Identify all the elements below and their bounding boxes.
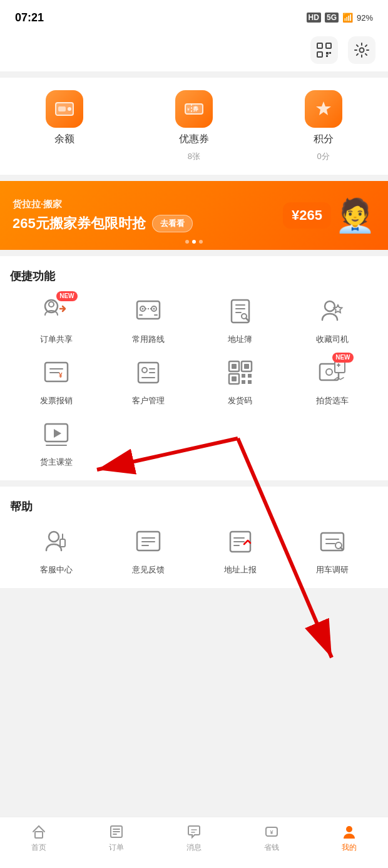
nav-messages[interactable]: 消息 xyxy=(186,824,202,853)
coupon-item[interactable]: 券 ¥ 优惠券 8张 xyxy=(175,90,213,162)
feature-feedback[interactable]: 意见反馈 xyxy=(102,524,194,576)
photo-select-icon-wrap: NEW xyxy=(315,355,350,390)
svg-point-58 xyxy=(49,532,59,542)
points-item[interactable]: 积分 0分 xyxy=(305,90,342,162)
points-sub: 0分 xyxy=(317,151,330,162)
nav-savings[interactable]: ¥ 省钱 xyxy=(263,824,280,853)
nav-home-label: 首页 xyxy=(31,842,46,853)
address-report-icon-wrap xyxy=(223,524,258,559)
balance-label: 余额 xyxy=(54,133,74,146)
feature-favorite-driver[interactable]: 收藏司机 xyxy=(286,294,378,345)
status-icons: HD 5G 📶 92% xyxy=(307,13,373,23)
feature-order-share[interactable]: NEW 订单共享 xyxy=(10,294,102,345)
feedback-icon-wrap xyxy=(131,524,166,559)
svg-point-30 xyxy=(325,301,335,311)
svg-rect-35 xyxy=(138,363,158,383)
feature-common-route[interactable]: 常用路线 xyxy=(102,294,194,345)
car-survey-label: 用车调研 xyxy=(316,564,349,576)
feature-invoice[interactable]: ¥ 发票报销 xyxy=(10,355,102,406)
svg-point-36 xyxy=(142,368,147,373)
shipper-class-icon-wrap xyxy=(39,416,74,452)
wifi-bars-icon: 📶 xyxy=(342,13,353,23)
address-report-icon xyxy=(225,527,255,557)
favorite-driver-icon-wrap xyxy=(315,294,350,329)
banner-dots xyxy=(185,240,203,244)
banner-price-box: ¥265 xyxy=(283,202,331,229)
svg-line-29 xyxy=(246,318,248,321)
settings-button[interactable] xyxy=(348,36,375,64)
orders-nav-icon xyxy=(108,824,125,840)
invoice-icon: ¥ xyxy=(41,358,71,388)
banner-text-area: 货拉拉·搬家 265元搬家券包限时抢 去看看 xyxy=(13,199,277,233)
feature-address-report[interactable]: 地址上报 xyxy=(194,524,286,576)
nav-mine[interactable]: 我的 xyxy=(341,824,357,853)
feature-address-book[interactable]: 地址簿 xyxy=(194,294,286,345)
svg-point-52 xyxy=(326,369,332,375)
battery-level: 92% xyxy=(357,13,373,23)
customer-mgmt-label: 客户管理 xyxy=(132,395,165,406)
address-book-icon-wrap xyxy=(223,294,258,329)
balance-icon xyxy=(46,90,83,128)
svg-rect-47 xyxy=(248,380,252,384)
features-title: 便捷功能 xyxy=(10,269,378,284)
banner-cta-button[interactable]: 去看看 xyxy=(152,215,193,232)
delivery-code-icon-wrap xyxy=(223,355,258,390)
feature-car-survey[interactable]: 用车调研 xyxy=(286,524,378,576)
coupon-sub: 8张 xyxy=(188,151,200,162)
dot-2 xyxy=(192,240,196,244)
banner-section[interactable]: 货拉拉·搬家 265元搬家券包限时抢 去看看 ¥265 🧑‍💼 xyxy=(0,181,388,250)
feature-photo-select[interactable]: NEW 拍货选车 xyxy=(286,355,378,406)
svg-rect-0 xyxy=(317,43,322,48)
feature-customer-service[interactable]: 客服中心 xyxy=(10,524,102,576)
svg-rect-44 xyxy=(244,364,249,369)
customer-mgmt-icon-wrap xyxy=(131,355,166,390)
scan-button[interactable] xyxy=(310,36,338,64)
nav-orders[interactable]: 订单 xyxy=(108,824,125,853)
points-icon xyxy=(305,90,342,128)
feature-customer-mgmt[interactable]: 客户管理 xyxy=(102,355,194,406)
hd-icon: HD xyxy=(307,13,321,23)
customer-service-icon-wrap xyxy=(39,524,74,559)
photo-select-new-badge: NEW xyxy=(332,353,353,363)
features-section: 便捷功能 NEW 订单共享 xyxy=(0,256,388,480)
wallet-section: 余额 券 ¥ 优惠券 8张 积分 0分 xyxy=(0,78,388,175)
delivery-code-label: 发货码 xyxy=(228,395,252,406)
favorite-driver-icon xyxy=(317,296,347,326)
mine-nav-icon xyxy=(341,824,357,840)
order-share-label: 订单共享 xyxy=(40,334,73,345)
help-section: 帮助 客服中心 意见反馈 xyxy=(0,487,388,588)
svg-rect-43 xyxy=(232,364,237,369)
balance-item[interactable]: 余额 xyxy=(46,90,83,162)
nav-home[interactable]: 首页 xyxy=(31,824,47,853)
svg-marker-56 xyxy=(54,429,61,438)
feature-shipper-class[interactable]: 货主课堂 xyxy=(10,416,102,468)
svg-point-22 xyxy=(141,308,143,310)
svg-point-6 xyxy=(360,48,364,53)
help-title: 帮助 xyxy=(10,499,378,514)
points-label: 积分 xyxy=(314,133,334,146)
svg-text:¥: ¥ xyxy=(270,829,273,835)
status-bar: 07:21 HD 5G 📶 92% xyxy=(0,0,388,31)
svg-rect-5 xyxy=(326,55,328,57)
bottom-nav: 首页 订单 消息 ¥ 省钱 我的 xyxy=(0,817,388,868)
svg-line-73 xyxy=(340,547,342,549)
address-report-label: 地址上报 xyxy=(224,564,257,576)
svg-point-16 xyxy=(49,302,54,307)
svg-rect-2 xyxy=(317,52,322,57)
top-action-bar xyxy=(0,31,388,71)
svg-text:¥: ¥ xyxy=(187,107,190,111)
invoice-icon-wrap: ¥ xyxy=(39,355,74,390)
address-book-icon xyxy=(225,296,255,326)
coupon-icon: 券 ¥ xyxy=(175,90,213,128)
feature-delivery-code[interactable]: 发货码 xyxy=(194,355,286,406)
home-nav-icon xyxy=(31,824,47,840)
banner-main-text: 265元搬家券包限时抢 去看看 xyxy=(13,214,277,233)
common-route-label: 常用路线 xyxy=(132,334,165,345)
favorite-driver-label: 收藏司机 xyxy=(316,334,349,345)
nav-mine-label: 我的 xyxy=(342,842,357,853)
savings-nav-icon: ¥ xyxy=(263,824,280,840)
address-book-label: 地址簿 xyxy=(228,334,252,345)
dot-1 xyxy=(185,240,189,244)
svg-rect-49 xyxy=(242,380,245,384)
svg-rect-4 xyxy=(329,52,331,54)
